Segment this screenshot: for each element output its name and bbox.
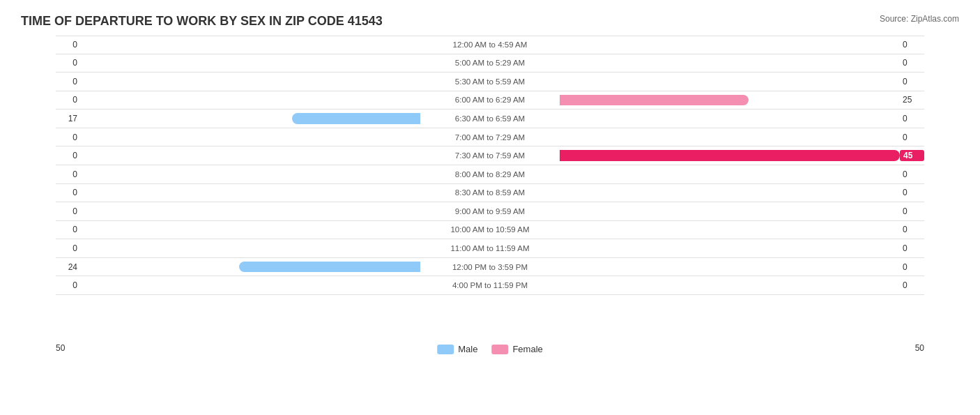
female-value: 0: [900, 58, 924, 68]
male-value: 0: [56, 58, 80, 68]
bar-row: 04:00 PM to 11:59 PM0: [56, 276, 924, 295]
female-value: 0: [900, 114, 924, 123]
female-value: 0: [900, 40, 924, 50]
male-bar-section: [80, 258, 420, 276]
female-bar-section: [560, 110, 900, 128]
male-value: 0: [56, 95, 80, 105]
female-value: 0: [900, 188, 924, 197]
male-bar-section: [80, 36, 420, 54]
chart-container: TIME OF DEPARTURE TO WORK BY SEX IN ZIP …: [0, 0, 980, 415]
bar-row: 011:00 AM to 11:59 AM0: [56, 239, 924, 258]
bar-row: 176:30 AM to 6:59 AM0: [56, 110, 924, 128]
female-swatch: [491, 345, 508, 354]
female-value: 0: [900, 206, 924, 216]
bar-row: 012:00 AM to 4:59 AM0: [56, 36, 924, 54]
time-label: 7:30 AM to 7:59 AM: [420, 151, 560, 160]
time-label: 8:30 AM to 8:59 AM: [420, 188, 560, 197]
female-value: 0: [900, 77, 924, 86]
male-value: 17: [56, 114, 80, 123]
time-label: 5:00 AM to 5:29 AM: [420, 59, 560, 67]
bar-row: 09:00 AM to 9:59 AM0: [56, 202, 924, 221]
female-bar-section: [560, 184, 900, 202]
bar-row: 05:00 AM to 5:29 AM0: [56, 54, 924, 73]
male-bar-section: [80, 239, 420, 257]
female-value: 0: [900, 280, 924, 290]
female-label: Female: [512, 344, 542, 354]
male-bar-section: [80, 73, 420, 91]
male-value: 0: [56, 169, 80, 179]
female-bar: [560, 95, 749, 105]
axis-left: 50: [56, 343, 65, 353]
male-bar-section: [80, 110, 420, 128]
legend-female: Female: [491, 344, 542, 354]
legend: Male Female: [437, 344, 543, 354]
male-value: 0: [56, 225, 80, 234]
time-label: 5:30 AM to 5:59 AM: [420, 77, 560, 86]
female-bar-section: [560, 54, 900, 73]
chart-title: TIME OF DEPARTURE TO WORK BY SEX IN ZIP …: [21, 14, 959, 29]
male-bar-section: [80, 165, 420, 183]
bar-row: 010:00 AM to 10:59 AM0: [56, 221, 924, 240]
male-label: Male: [458, 344, 477, 354]
female-bar-section: [560, 91, 900, 110]
female-value: 0: [900, 133, 924, 142]
axis-right: 50: [915, 343, 924, 353]
female-bar-section: [560, 202, 900, 220]
bar-row: 07:30 AM to 7:59 AM45: [56, 146, 924, 165]
rows-wrapper: 012:00 AM to 4:59 AM005:00 AM to 5:29 AM…: [56, 36, 924, 332]
male-bar-section: [80, 202, 420, 220]
female-value: 45: [900, 150, 924, 161]
female-value: 0: [900, 225, 924, 234]
female-bar-section: [560, 128, 900, 146]
bar-row: 2412:00 PM to 3:59 PM0: [56, 258, 924, 277]
female-bar-section: [560, 221, 900, 239]
female-value: 25: [900, 95, 924, 105]
female-bar-section: [560, 73, 900, 91]
male-bar: [239, 262, 420, 272]
female-value: 0: [900, 243, 924, 253]
bar-row: 08:00 AM to 8:29 AM0: [56, 165, 924, 184]
female-bar: [560, 150, 900, 160]
male-bar-section: [80, 184, 420, 202]
male-value: 0: [56, 206, 80, 216]
time-label: 6:00 AM to 6:29 AM: [420, 96, 560, 104]
time-label: 4:00 PM to 11:59 PM: [420, 281, 560, 289]
bar-row: 06:00 AM to 6:29 AM25: [56, 91, 924, 110]
male-value: 24: [56, 262, 80, 272]
time-label: 8:00 AM to 8:29 AM: [420, 170, 560, 179]
male-bar-section: [80, 128, 420, 146]
male-bar-section: [80, 221, 420, 239]
male-bar-section: [80, 146, 420, 165]
male-value: 0: [56, 188, 80, 197]
male-swatch: [437, 345, 454, 354]
female-bar-section: [560, 36, 900, 54]
male-bar-section: [80, 91, 420, 110]
male-value: 0: [56, 243, 80, 253]
time-label: 6:30 AM to 6:59 AM: [420, 114, 560, 123]
male-bar-section: [80, 54, 420, 73]
bar-row: 07:00 AM to 7:29 AM0: [56, 128, 924, 147]
male-value: 0: [56, 77, 80, 86]
male-value: 0: [56, 133, 80, 142]
time-label: 9:00 AM to 9:59 AM: [420, 207, 560, 216]
bar-row: 05:30 AM to 5:59 AM0: [56, 73, 924, 91]
chart-source: Source: ZipAtlas.com: [880, 14, 959, 24]
male-value: 0: [56, 151, 80, 160]
chart-area: 012:00 AM to 4:59 AM005:00 AM to 5:29 AM…: [21, 36, 959, 360]
female-bar-section: [560, 276, 900, 294]
female-bar-section: [560, 239, 900, 257]
time-label: 11:00 AM to 11:59 AM: [420, 244, 560, 252]
female-bar-section: [560, 165, 900, 183]
time-label: 12:00 AM to 4:59 AM: [420, 40, 560, 49]
bar-row: 08:30 AM to 8:59 AM0: [56, 184, 924, 203]
male-value: 0: [56, 40, 80, 50]
female-value: 0: [900, 262, 924, 272]
female-value: 0: [900, 169, 924, 179]
time-label: 12:00 PM to 3:59 PM: [420, 263, 560, 271]
female-bar-section: [560, 258, 900, 276]
female-bar-section: [560, 146, 900, 165]
legend-male: Male: [437, 344, 477, 354]
male-bar-section: [80, 276, 420, 294]
male-bar: [292, 113, 420, 123]
time-label: 7:00 AM to 7:29 AM: [420, 133, 560, 142]
